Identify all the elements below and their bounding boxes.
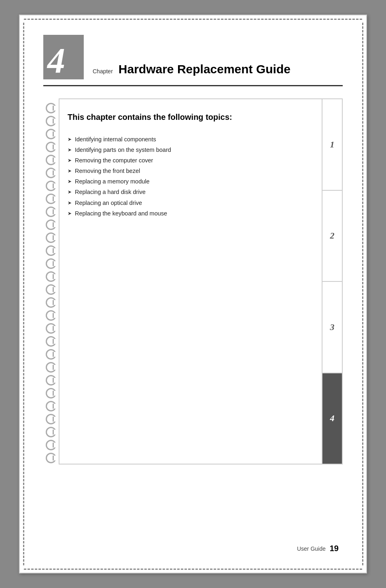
spiral-ring (46, 232, 56, 243)
spiral-ring (46, 116, 56, 126)
footer-text: User Guide (297, 545, 326, 552)
spiral-ring (46, 440, 56, 450)
list-item: Replacing an optical drive (68, 198, 310, 208)
spiral-ring (46, 414, 56, 424)
topics-heading: This chapter contains the following topi… (68, 111, 310, 123)
chapter-tab-4-active: 4 (322, 373, 342, 464)
chapter-label: Chapter (92, 68, 113, 76)
page-content: 4 Chapter Hardware Replacement Guide (27, 23, 359, 565)
chapter-tab-2: 2 (322, 191, 342, 282)
dashed-bottom-border (20, 565, 366, 573)
spiral-ring (46, 271, 56, 282)
spiral-column (43, 102, 59, 464)
spiral-ring (46, 194, 56, 204)
chapter-tab-label-4: 4 (330, 413, 335, 424)
spiral-ring (46, 427, 56, 437)
list-item: Removing the front bezel (68, 166, 310, 176)
spiral-ring (46, 297, 56, 308)
spiral-ring (46, 219, 56, 230)
spiral-ring (46, 401, 56, 411)
spiral-ring (46, 181, 56, 191)
chapter-header: 4 Chapter Hardware Replacement Guide (27, 23, 359, 79)
spiral-ring (46, 388, 56, 398)
spiral-ring (46, 245, 56, 256)
chapter-tab-label-2: 2 (330, 230, 335, 241)
dashed-top-border (20, 15, 366, 23)
list-item: Identifying parts on the system board (68, 145, 310, 155)
list-item: Identifying internal components (68, 134, 310, 145)
spiral-ring (46, 155, 56, 165)
spiral-ring (46, 129, 56, 139)
footer-page-number: 19 (330, 544, 339, 553)
chapter-number-block: 4 (43, 35, 84, 79)
spiral-ring (46, 103, 56, 113)
dashed-left-border (20, 23, 27, 565)
chapter-numeral: 4 (43, 43, 69, 79)
chapter-tab-label-3: 3 (330, 322, 335, 332)
list-item: Replacing a hard disk drive (68, 187, 310, 197)
page-footer: User Guide 19 (297, 544, 339, 553)
list-item: Replacing the keyboard and mouse (68, 208, 310, 219)
spiral-ring (46, 375, 56, 386)
spiral-ring (46, 168, 56, 178)
spiral-ring (46, 453, 56, 463)
chapter-tab-3: 3 (322, 282, 342, 373)
spiral-ring (46, 349, 56, 360)
chapter-label-title-group: Chapter Hardware Replacement Guide (92, 62, 291, 80)
spiral-ring (46, 336, 56, 347)
dashed-right-border (359, 23, 366, 565)
list-item: Replacing a memory module (68, 176, 310, 187)
notebook-area: This chapter contains the following topi… (59, 98, 343, 464)
spiral-ring (46, 310, 56, 321)
chapter-tab-label-1: 1 (330, 139, 335, 150)
chapter-tab-1: 1 (322, 99, 342, 191)
spiral-ring (46, 258, 56, 269)
body-content: This chapter contains the following topi… (27, 86, 359, 481)
topics-list: Identifying internal components Identify… (68, 134, 310, 219)
list-item: Removing the computer cover (68, 155, 310, 166)
notebook-inner: This chapter contains the following topi… (59, 99, 322, 464)
spiral-ring (46, 142, 56, 152)
chapter-title: Hardware Replacement Guide (119, 62, 291, 80)
chapter-tabs: 1 2 3 4 (322, 99, 342, 464)
spiral-ring (46, 207, 56, 217)
spiral-ring (46, 284, 56, 295)
spiral-ring (46, 323, 56, 334)
page: 4 Chapter Hardware Replacement Guide (19, 15, 367, 573)
spiral-ring (46, 362, 56, 373)
